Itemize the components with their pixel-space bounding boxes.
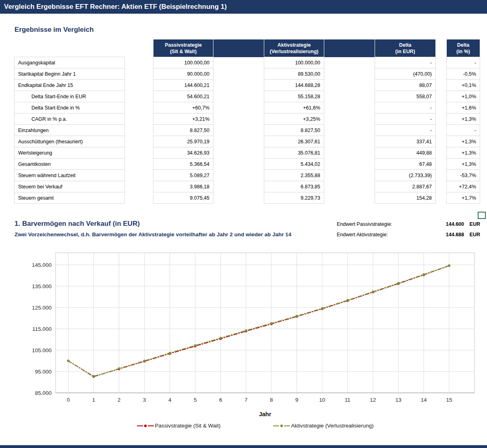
delta-pct-cell[interactable]: - bbox=[446, 124, 480, 136]
delta-eur-cell[interactable]: - bbox=[375, 57, 436, 68]
column-gap bbox=[324, 68, 375, 80]
delta-pct-cell[interactable]: +1,3% bbox=[446, 136, 480, 147]
aktiv-value-cell[interactable]: +3,25% bbox=[264, 113, 324, 125]
aktiv-value-cell[interactable]: +61,6% bbox=[264, 102, 324, 114]
delta-pct-cell[interactable]: +1,6% bbox=[446, 102, 480, 114]
row-label-cell[interactable]: CAGR in % p.a. bbox=[14, 113, 125, 125]
column-header-delta-pct[interactable]: Delta (in %) bbox=[446, 39, 480, 57]
row-label-cell[interactable]: Steuern bei Verkauf bbox=[14, 181, 125, 192]
table-row: CAGR in % p.a.+3,21%+3,25%-+1,3% bbox=[14, 114, 480, 125]
delta-eur-cell[interactable]: 154,28 bbox=[375, 192, 436, 204]
delta-eur-cell[interactable]: - bbox=[375, 113, 436, 125]
row-label-cell[interactable]: Wertsteigerung bbox=[14, 147, 125, 159]
aktiv-value-cell[interactable]: 6.873,85 bbox=[264, 181, 324, 192]
passiv-value-cell[interactable]: 3.986,18 bbox=[153, 181, 213, 192]
column-header-aktivstrategie[interactable]: Aktivstrategie (Verlustrealisierung) bbox=[264, 39, 324, 57]
delta-eur-cell[interactable]: (2.733,39) bbox=[375, 169, 436, 181]
row-label-cell[interactable]: Delta Start-Ende in % bbox=[14, 102, 125, 114]
delta-pct-cell[interactable]: +1,3% bbox=[446, 113, 480, 125]
delta-pct-cell[interactable]: -0,5% bbox=[446, 68, 480, 80]
passiv-value-cell[interactable]: 144.600,21 bbox=[153, 79, 213, 91]
delta-eur-cell[interactable]: 449,88 bbox=[375, 147, 436, 159]
svg-text:105.000: 105.000 bbox=[32, 347, 52, 353]
delta-pct-cell[interactable]: +1,3% bbox=[446, 147, 480, 159]
header-spacer bbox=[213, 39, 264, 57]
chart-canvas[interactable]: 85.00095.000105.000115.000125.000135.000… bbox=[23, 248, 483, 421]
passiv-value-cell[interactable]: 8.827,50 bbox=[153, 124, 213, 136]
passiv-value-cell[interactable]: 9.075,45 bbox=[153, 192, 213, 204]
delta-pct-cell[interactable]: - bbox=[446, 57, 480, 68]
row-label-cell[interactable]: Gesamtkosten bbox=[14, 158, 125, 170]
delta-eur-cell[interactable]: - bbox=[375, 102, 436, 114]
row-label-cell[interactable]: Einzahlungen bbox=[14, 124, 125, 136]
row-label-cell[interactable]: Steuern gesamt bbox=[14, 192, 125, 204]
row-label-cell[interactable]: Delta Start-Ende in EUR bbox=[14, 91, 125, 102]
column-gap bbox=[436, 147, 446, 159]
delta-eur-cell[interactable]: 558,07 bbox=[375, 91, 436, 102]
endwert-aktiv-value[interactable]: 144.688 bbox=[433, 232, 464, 237]
passiv-value-cell[interactable]: +3,21% bbox=[153, 113, 213, 125]
legend-label-aktiv: Aktivstrategie (Verlustrealisierung) bbox=[291, 423, 374, 429]
row-label-cell[interactable]: Ausschüttungen (thesauriert) bbox=[14, 136, 125, 147]
delta-pct-cell[interactable]: +0,1% bbox=[446, 79, 480, 91]
row-label-cell[interactable]: Startkapital Beginn Jahr 1 bbox=[14, 68, 125, 80]
column-gap bbox=[213, 57, 264, 68]
aktiv-value-cell[interactable]: 2.355,88 bbox=[264, 169, 324, 181]
delta-eur-cell[interactable]: 88,07 bbox=[375, 79, 436, 91]
column-gap bbox=[125, 80, 153, 91]
passiv-value-cell[interactable]: 90.000,00 bbox=[153, 68, 213, 80]
endwert-passiv-value[interactable]: 144.600 bbox=[433, 221, 464, 227]
passiv-value-cell[interactable]: 5.089,27 bbox=[153, 169, 213, 181]
svg-text:6: 6 bbox=[219, 397, 222, 403]
delta-eur-cell[interactable]: 337,41 bbox=[375, 136, 436, 147]
aktiv-value-cell[interactable]: 35.076,81 bbox=[264, 147, 324, 159]
column-gap bbox=[324, 170, 375, 181]
delta-eur-cell[interactable]: 67,48 bbox=[375, 158, 436, 170]
row-label-cell[interactable]: Steuern während Laufzeit bbox=[14, 169, 125, 181]
delta-eur-cell[interactable]: (470,00) bbox=[375, 68, 436, 80]
aktiv-value-cell[interactable]: 8.827,50 bbox=[264, 124, 324, 136]
svg-text:13: 13 bbox=[395, 397, 401, 403]
aktiv-value-cell[interactable]: 100.000,00 bbox=[264, 57, 324, 68]
column-gap bbox=[436, 91, 446, 102]
aktiv-value-cell[interactable]: 55.158,28 bbox=[264, 91, 324, 102]
passiv-value-cell[interactable]: 100.000,00 bbox=[153, 57, 213, 68]
line-chart[interactable]: 85.00095.000105.000115.000125.000135.000… bbox=[23, 248, 487, 429]
row-label-cell[interactable]: Ausgangskapital bbox=[14, 57, 125, 68]
legend-item-aktivstrategie[interactable]: Aktivstrategie (Verlustrealisierung) bbox=[273, 423, 374, 429]
aktiv-value-cell[interactable]: 26.307,61 bbox=[264, 136, 324, 147]
passiv-value-cell[interactable]: 25.970,19 bbox=[153, 136, 213, 147]
table-row: Endkapital Ende Jahr 15144.600,21144.688… bbox=[14, 80, 480, 91]
delta-eur-cell[interactable]: 2.887,67 bbox=[375, 181, 436, 192]
delta-pct-cell[interactable]: -53,7% bbox=[446, 169, 480, 181]
table-row: Delta Start-Ende in EUR54.600,2155.158,2… bbox=[14, 91, 480, 102]
delta-pct-cell[interactable]: +1,0% bbox=[446, 91, 480, 102]
delta-eur-cell[interactable]: - bbox=[375, 124, 436, 136]
svg-text:0: 0 bbox=[67, 397, 70, 403]
svg-text:14: 14 bbox=[421, 397, 427, 403]
legend-item-passivstrategie[interactable]: Passivstrategie (Sit & Wait) bbox=[137, 423, 221, 429]
passiv-value-cell[interactable]: 5.366,54 bbox=[153, 158, 213, 170]
passiv-value-cell[interactable]: 34.626,93 bbox=[153, 147, 213, 159]
aktiv-value-cell[interactable]: 5.434,02 bbox=[264, 158, 324, 170]
aktiv-value-cell[interactable]: 9.229,73 bbox=[264, 192, 324, 204]
passiv-value-cell[interactable]: +60,7% bbox=[153, 102, 213, 114]
aktiv-value-cell[interactable]: 144.688,28 bbox=[264, 79, 324, 91]
delta-pct-cell[interactable]: +1,7% bbox=[446, 192, 480, 204]
delta-pct-cell[interactable]: +1,3% bbox=[446, 158, 480, 170]
column-gap bbox=[324, 125, 375, 136]
selected-cell-outline[interactable] bbox=[478, 212, 486, 219]
legend-label-passiv: Passivstrategie (Sit & Wait) bbox=[155, 423, 221, 429]
row-label-cell[interactable]: Endkapital Ende Jahr 15 bbox=[14, 79, 125, 91]
column-header-passivstrategie[interactable]: Passivstrategie (Sit & Wait) bbox=[153, 39, 213, 57]
endwert-passiv-label: Endwert Passivstrategie: bbox=[337, 221, 433, 227]
passiv-value-cell[interactable]: 54.600,21 bbox=[153, 91, 213, 102]
table-row: Wertsteigerung34.626,9335.076,81449,88+1… bbox=[14, 147, 480, 159]
column-gap bbox=[436, 80, 446, 91]
column-gap bbox=[125, 136, 153, 147]
next-section-bar bbox=[0, 445, 487, 448]
column-header-delta-eur[interactable]: Delta (in EUR) bbox=[375, 39, 436, 57]
aktiv-value-cell[interactable]: 89.530,00 bbox=[264, 68, 324, 80]
column-gap bbox=[324, 147, 375, 159]
delta-pct-cell[interactable]: +72,4% bbox=[446, 181, 480, 192]
